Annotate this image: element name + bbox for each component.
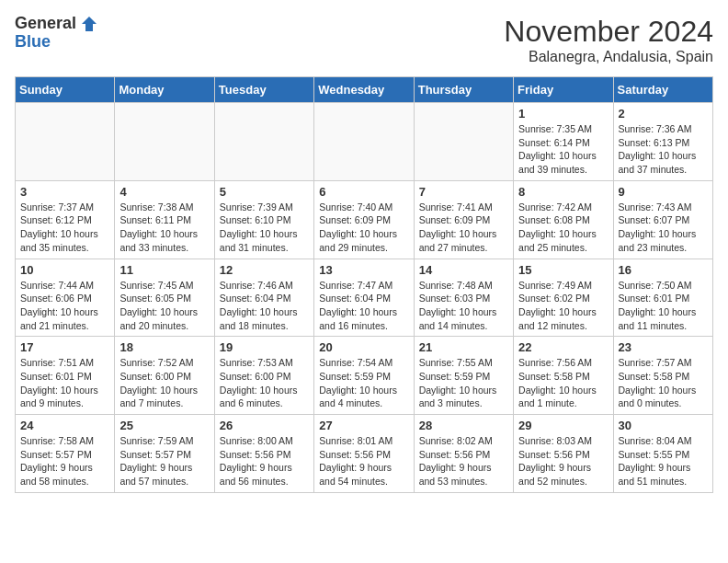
day-info: Sunrise: 7:52 AM Sunset: 6:00 PM Dayligh… — [119, 356, 209, 410]
calendar-cell: 30Sunrise: 8:04 AM Sunset: 5:55 PM Dayli… — [613, 415, 712, 493]
day-info: Sunrise: 7:45 AM Sunset: 6:05 PM Dayligh… — [119, 279, 209, 333]
calendar-cell: 21Sunrise: 7:55 AM Sunset: 5:59 PM Dayli… — [414, 337, 513, 415]
day-number: 21 — [419, 340, 508, 354]
day-number: 23 — [619, 340, 708, 354]
header-thursday: Thursday — [414, 77, 513, 103]
day-info: Sunrise: 7:35 AM Sunset: 6:14 PM Dayligh… — [518, 122, 608, 177]
day-number: 18 — [119, 340, 209, 354]
day-number: 29 — [518, 419, 608, 432]
calendar-cell: 7Sunrise: 7:41 AM Sunset: 6:09 PM Daylig… — [414, 180, 513, 259]
header-tuesday: Tuesday — [214, 77, 313, 103]
day-info: Sunrise: 8:01 AM Sunset: 5:56 PM Dayligh… — [319, 434, 408, 488]
calendar-cell: 20Sunrise: 7:54 AM Sunset: 5:59 PM Dayli… — [314, 337, 414, 415]
calendar-cell: 27Sunrise: 8:01 AM Sunset: 5:56 PM Dayli… — [314, 415, 414, 493]
day-info: Sunrise: 7:53 AM Sunset: 6:00 PM Dayligh… — [220, 356, 309, 410]
day-info: Sunrise: 7:50 AM Sunset: 6:01 PM Dayligh… — [619, 279, 708, 333]
day-number: 8 — [518, 185, 608, 199]
day-info: Sunrise: 7:46 AM Sunset: 6:04 PM Dayligh… — [220, 279, 309, 333]
calendar-cell: 29Sunrise: 8:03 AM Sunset: 5:56 PM Dayli… — [514, 415, 613, 493]
day-number: 7 — [419, 185, 508, 199]
week-row-3: 17Sunrise: 7:51 AM Sunset: 6:01 PM Dayli… — [16, 337, 713, 415]
calendar-cell: 3Sunrise: 7:37 AM Sunset: 6:12 PM Daylig… — [16, 180, 115, 259]
calendar-cell: 17Sunrise: 7:51 AM Sunset: 6:01 PM Dayli… — [16, 337, 115, 415]
week-row-4: 24Sunrise: 7:58 AM Sunset: 5:57 PM Dayli… — [16, 415, 713, 493]
calendar-cell: 6Sunrise: 7:40 AM Sunset: 6:09 PM Daylig… — [314, 180, 414, 259]
day-number: 2 — [619, 107, 708, 121]
calendar-cell — [414, 103, 513, 181]
calendar-cell: 8Sunrise: 7:42 AM Sunset: 6:08 PM Daylig… — [514, 180, 613, 259]
day-info: Sunrise: 7:44 AM Sunset: 6:06 PM Dayligh… — [20, 279, 109, 333]
header-friday: Friday — [514, 77, 613, 103]
logo-blue: Blue — [15, 33, 97, 52]
calendar-cell: 9Sunrise: 7:43 AM Sunset: 6:07 PM Daylig… — [613, 180, 712, 259]
calendar-cell: 22Sunrise: 7:56 AM Sunset: 5:58 PM Dayli… — [514, 337, 613, 415]
header-monday: Monday — [115, 77, 214, 103]
day-number: 28 — [419, 419, 508, 432]
week-row-1: 3Sunrise: 7:37 AM Sunset: 6:12 PM Daylig… — [16, 180, 713, 259]
day-number: 13 — [319, 263, 408, 277]
calendar-cell: 5Sunrise: 7:39 AM Sunset: 6:10 PM Daylig… — [214, 180, 313, 259]
title-block: November 2024 Balanegra, Andalusia, Spai… — [504, 15, 713, 65]
day-info: Sunrise: 7:37 AM Sunset: 6:12 PM Dayligh… — [20, 201, 109, 255]
calendar-cell — [115, 103, 214, 181]
day-info: Sunrise: 7:38 AM Sunset: 6:11 PM Dayligh… — [119, 201, 209, 255]
day-info: Sunrise: 7:54 AM Sunset: 5:59 PM Dayligh… — [319, 356, 408, 410]
location-title: Balanegra, Andalusia, Spain — [504, 49, 713, 65]
day-number: 1 — [518, 107, 608, 121]
day-number: 26 — [220, 419, 309, 432]
day-info: Sunrise: 8:00 AM Sunset: 5:56 PM Dayligh… — [220, 434, 309, 488]
header-row: SundayMondayTuesdayWednesdayThursdayFrid… — [16, 77, 713, 103]
calendar-cell: 1Sunrise: 7:35 AM Sunset: 6:14 PM Daylig… — [514, 103, 613, 181]
calendar-cell: 19Sunrise: 7:53 AM Sunset: 6:00 PM Dayli… — [214, 337, 313, 415]
day-number: 3 — [20, 185, 109, 199]
calendar-cell: 23Sunrise: 7:57 AM Sunset: 5:58 PM Dayli… — [613, 337, 712, 415]
day-info: Sunrise: 7:42 AM Sunset: 6:08 PM Dayligh… — [518, 201, 608, 255]
day-number: 16 — [619, 263, 708, 277]
day-number: 24 — [20, 419, 109, 432]
day-info: Sunrise: 7:43 AM Sunset: 6:07 PM Dayligh… — [619, 201, 708, 255]
day-number: 19 — [220, 340, 309, 354]
calendar-cell: 28Sunrise: 8:02 AM Sunset: 5:56 PM Dayli… — [414, 415, 513, 493]
day-number: 27 — [319, 419, 408, 432]
calendar-cell: 18Sunrise: 7:52 AM Sunset: 6:00 PM Dayli… — [115, 337, 214, 415]
day-number: 9 — [619, 185, 708, 199]
day-number: 6 — [319, 185, 408, 199]
day-number: 30 — [619, 419, 708, 432]
day-info: Sunrise: 7:40 AM Sunset: 6:09 PM Dayligh… — [319, 201, 408, 255]
calendar-cell: 15Sunrise: 7:49 AM Sunset: 6:02 PM Dayli… — [514, 259, 613, 337]
calendar-cell: 13Sunrise: 7:47 AM Sunset: 6:04 PM Dayli… — [314, 259, 414, 337]
calendar-cell: 10Sunrise: 7:44 AM Sunset: 6:06 PM Dayli… — [16, 259, 115, 337]
day-info: Sunrise: 7:57 AM Sunset: 5:58 PM Dayligh… — [619, 356, 708, 410]
calendar-cell: 4Sunrise: 7:38 AM Sunset: 6:11 PM Daylig… — [115, 180, 214, 259]
day-info: Sunrise: 8:02 AM Sunset: 5:56 PM Dayligh… — [419, 434, 508, 488]
day-info: Sunrise: 7:51 AM Sunset: 6:01 PM Dayligh… — [20, 356, 109, 410]
day-number: 12 — [220, 263, 309, 277]
calendar-cell — [314, 103, 414, 181]
day-number: 25 — [119, 419, 209, 432]
calendar-table: SundayMondayTuesdayWednesdayThursdayFrid… — [15, 76, 713, 493]
svg-marker-0 — [82, 17, 97, 31]
day-info: Sunrise: 8:04 AM Sunset: 5:55 PM Dayligh… — [619, 434, 708, 488]
day-info: Sunrise: 7:55 AM Sunset: 5:59 PM Dayligh… — [419, 356, 508, 410]
day-info: Sunrise: 7:48 AM Sunset: 6:03 PM Dayligh… — [419, 279, 508, 333]
week-row-2: 10Sunrise: 7:44 AM Sunset: 6:06 PM Dayli… — [16, 259, 713, 337]
day-info: Sunrise: 7:39 AM Sunset: 6:10 PM Dayligh… — [220, 201, 309, 255]
month-title: November 2024 — [504, 15, 713, 49]
day-number: 11 — [119, 263, 209, 277]
day-info: Sunrise: 7:47 AM Sunset: 6:04 PM Dayligh… — [319, 279, 408, 333]
header-wednesday: Wednesday — [314, 77, 414, 103]
calendar-cell — [214, 103, 313, 181]
calendar-cell: 24Sunrise: 7:58 AM Sunset: 5:57 PM Dayli… — [16, 415, 115, 493]
calendar-cell — [16, 103, 115, 181]
day-info: Sunrise: 7:56 AM Sunset: 5:58 PM Dayligh… — [518, 356, 608, 410]
page-header: General Blue November 2024 Balanegra, An… — [15, 15, 713, 65]
calendar-cell: 12Sunrise: 7:46 AM Sunset: 6:04 PM Dayli… — [214, 259, 313, 337]
day-info: Sunrise: 7:58 AM Sunset: 5:57 PM Dayligh… — [20, 434, 109, 488]
day-number: 5 — [220, 185, 309, 199]
day-info: Sunrise: 7:59 AM Sunset: 5:57 PM Dayligh… — [119, 434, 209, 488]
header-saturday: Saturday — [613, 77, 712, 103]
day-info: Sunrise: 7:49 AM Sunset: 6:02 PM Dayligh… — [518, 279, 608, 333]
calendar-cell: 16Sunrise: 7:50 AM Sunset: 6:01 PM Dayli… — [613, 259, 712, 337]
day-number: 20 — [319, 340, 408, 354]
calendar-cell: 14Sunrise: 7:48 AM Sunset: 6:03 PM Dayli… — [414, 259, 513, 337]
